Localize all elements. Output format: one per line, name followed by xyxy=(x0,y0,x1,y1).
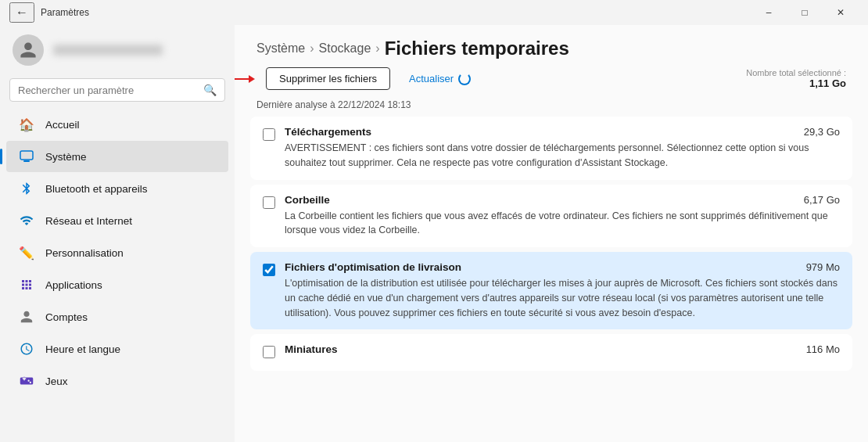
checkbox-telechargements-wrap[interactable] xyxy=(263,128,275,144)
file-size-telechargements: 29,3 Go xyxy=(804,126,840,138)
file-header-telechargements: Téléchargements 29,3 Go xyxy=(285,126,840,138)
sidebar-label-jeux: Jeux xyxy=(45,376,68,387)
sidebar-label-heure: Heure et langue xyxy=(45,343,120,355)
sidebar-label-comptes: Comptes xyxy=(45,311,88,323)
file-info-miniatures: Miniatures 116 Mo xyxy=(285,343,840,358)
checkbox-corbeille-wrap[interactable] xyxy=(263,196,275,212)
file-info-corbeille: Corbeille 6,17 Go La Corbeille contient … xyxy=(285,194,840,239)
search-input[interactable] xyxy=(18,84,197,96)
file-size-corbeille: 6,17 Go xyxy=(804,194,840,206)
breadcrumb-sep2: › xyxy=(375,41,379,56)
file-list: Téléchargements 29,3 Go AVERTISSEMENT : … xyxy=(235,117,868,442)
breadcrumb-sep1: › xyxy=(310,41,314,56)
sidebar-item-reseau[interactable]: Réseau et Internet xyxy=(6,205,228,236)
applications-icon xyxy=(19,277,34,293)
total-value: 1,11 Go xyxy=(746,77,846,89)
back-button[interactable]: ← xyxy=(9,2,34,23)
checkbox-miniatures-wrap[interactable] xyxy=(263,346,275,361)
file-item-miniatures: Miniatures 116 Mo xyxy=(250,334,852,371)
main-header: Système › Stockage › Fichiers temporaire… xyxy=(235,25,868,96)
checkbox-optimisation[interactable] xyxy=(263,264,275,276)
maximize-button[interactable]: □ xyxy=(787,0,823,25)
actualiser-button[interactable]: Actualiser xyxy=(400,68,480,90)
titlebar: ← Paramètres – □ ✕ xyxy=(0,0,868,25)
file-header-corbeille: Corbeille 6,17 Go xyxy=(285,194,840,206)
sidebar-label-personnalisation: Personnalisation xyxy=(45,247,124,259)
bluetooth-icon xyxy=(19,181,34,196)
file-desc-corbeille: La Corbeille contient les fichiers que v… xyxy=(285,209,840,239)
checkbox-telechargements[interactable] xyxy=(263,128,275,141)
reseau-icon xyxy=(19,213,34,228)
file-size-miniatures: 116 Mo xyxy=(806,343,840,355)
user-section xyxy=(0,25,235,75)
sidebar-label-bluetooth: Bluetooth et appareils xyxy=(45,183,148,195)
file-info-telechargements: Téléchargements 29,3 Go AVERTISSEMENT : … xyxy=(285,126,840,171)
sidebar-item-bluetooth[interactable]: Bluetooth et appareils xyxy=(6,173,228,204)
svg-rect-1 xyxy=(23,160,30,162)
red-arrow xyxy=(235,75,255,83)
file-name-miniatures: Miniatures xyxy=(285,343,338,355)
svg-rect-0 xyxy=(20,151,33,160)
file-item-telechargements: Téléchargements 29,3 Go AVERTISSEMENT : … xyxy=(250,117,852,180)
action-bar: Supprimer les fichiers Actualiser Nombre… xyxy=(256,67,846,90)
total-selected: Nombre total sélectionné : 1,11 Go xyxy=(746,68,846,89)
breadcrumb-systeme: Système xyxy=(256,41,305,56)
breadcrumb: Système › Stockage › Fichiers temporaire… xyxy=(256,38,846,59)
heure-icon xyxy=(19,341,34,357)
sidebar-item-accueil[interactable]: 🏠 Accueil xyxy=(6,109,228,140)
file-desc-optimisation: L'optimisation de la distribution est ut… xyxy=(285,276,840,320)
last-analysis: Dernière analyse à 22/12/2024 18:13 xyxy=(235,96,868,117)
close-button[interactable]: ✕ xyxy=(823,0,859,25)
sidebar-item-jeux[interactable]: Jeux xyxy=(6,365,228,397)
jeux-icon xyxy=(19,373,34,389)
file-header-optimisation: Fichiers d'optimisation de livraison 979… xyxy=(285,261,840,273)
main-content: Système › Stockage › Fichiers temporaire… xyxy=(235,25,868,442)
titlebar-title: Paramètres xyxy=(41,7,89,18)
file-item-optimisation: Fichiers d'optimisation de livraison 979… xyxy=(250,252,852,329)
file-item-corbeille: Corbeille 6,17 Go La Corbeille contient … xyxy=(250,185,852,248)
sidebar: 🔍 🏠 Accueil Système xyxy=(0,25,235,442)
sidebar-item-applications[interactable]: Applications xyxy=(6,269,228,300)
sidebar-item-comptes[interactable]: Comptes xyxy=(6,301,228,332)
personnalisation-icon: ✏️ xyxy=(19,245,34,261)
file-header-miniatures: Miniatures 116 Mo xyxy=(285,343,840,355)
red-arrow-head xyxy=(249,75,255,83)
minimize-button[interactable]: – xyxy=(751,0,787,25)
sidebar-item-heure[interactable]: Heure et langue xyxy=(6,333,228,365)
total-label: Nombre total sélectionné : xyxy=(746,68,846,77)
sidebar-label-systeme: Système xyxy=(45,151,87,163)
file-size-optimisation: 979 Mo xyxy=(806,261,840,273)
file-name-optimisation: Fichiers d'optimisation de livraison xyxy=(285,261,461,273)
systeme-icon xyxy=(19,149,34,164)
sidebar-label-applications: Applications xyxy=(45,279,102,291)
breadcrumb-stockage: Stockage xyxy=(319,41,371,56)
sidebar-item-personnalisation[interactable]: ✏️ Personnalisation xyxy=(6,237,228,268)
app-body: 🔍 🏠 Accueil Système xyxy=(0,25,868,442)
checkbox-corbeille[interactable] xyxy=(263,196,275,209)
file-name-corbeille: Corbeille xyxy=(285,194,330,206)
actualiser-label: Actualiser xyxy=(409,73,454,84)
file-desc-telechargements: AVERTISSEMENT : ces fichiers sont dans v… xyxy=(285,141,840,171)
sidebar-label-reseau: Réseau et Internet xyxy=(45,215,132,227)
file-name-telechargements: Téléchargements xyxy=(285,126,371,138)
file-info-optimisation: Fichiers d'optimisation de livraison 979… xyxy=(285,261,840,320)
loading-spinner xyxy=(458,73,471,85)
breadcrumb-current: Fichiers temporaires xyxy=(385,38,569,59)
titlebar-controls: – □ ✕ xyxy=(751,0,859,25)
nav-list: 🏠 Accueil Système Bluetooth et appareils xyxy=(0,108,235,397)
avatar xyxy=(13,34,44,66)
supprimer-button[interactable]: Supprimer les fichiers xyxy=(266,67,390,90)
search-box[interactable]: 🔍 xyxy=(9,78,225,102)
comptes-icon xyxy=(19,309,34,325)
titlebar-left: ← Paramètres xyxy=(9,2,89,23)
checkbox-miniatures[interactable] xyxy=(263,346,275,358)
sidebar-item-systeme[interactable]: Système xyxy=(6,141,228,172)
user-name xyxy=(53,45,163,56)
sidebar-label-accueil: Accueil xyxy=(45,119,80,131)
home-icon: 🏠 xyxy=(19,117,34,132)
checkbox-optimisation-wrap[interactable] xyxy=(263,264,275,279)
search-icon: 🔍 xyxy=(203,84,217,96)
red-arrow-line xyxy=(235,78,249,80)
